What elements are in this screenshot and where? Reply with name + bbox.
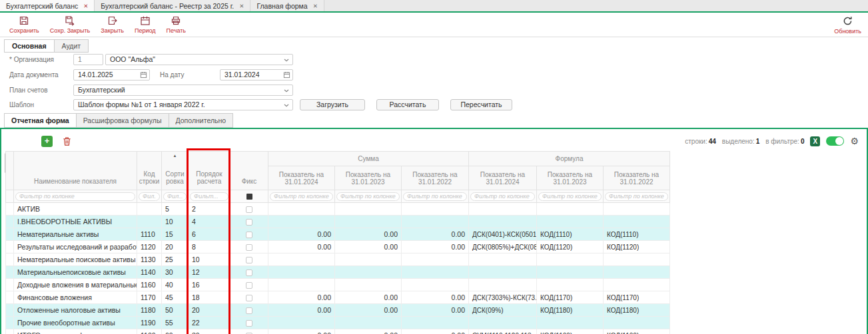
table-row[interactable]: Материальныепоисковые активы 1140 30 12 [6, 266, 670, 279]
chart-of-accounts-select[interactable]: Бухгалтерский [73, 84, 293, 96]
indicator-name-cell: Отложенные налоговые активы [14, 304, 137, 317]
fix-checkbox[interactable] [246, 219, 252, 226]
on-date-value: 31.01.2024 [224, 71, 260, 79]
recalculate-button[interactable]: Пересчитать [450, 99, 512, 110]
sub-tab[interactable]: Дополнительно [169, 113, 234, 128]
sub-tab[interactable]: Расшифровка формулы [76, 113, 169, 128]
calculate-button[interactable]: Рассчитать [376, 99, 439, 110]
organization-select[interactable]: ООО "Альфа" [105, 54, 293, 65]
table-row[interactable]: I.ВНЕОБОРОТНЫЕ АКТИВЫ 10 4 [6, 216, 670, 228]
excel-export-icon[interactable]: X [810, 136, 820, 146]
save-close-label: Сохр. Закрыть [50, 27, 91, 34]
column-header-sort[interactable]: ▲ Сорти ровка [162, 152, 189, 190]
toggle-knob [835, 137, 843, 145]
table-row[interactable]: Нематериальные активы 1110 15 6 0.00 0.0… [6, 228, 670, 241]
line-code-cell: 1170 [137, 291, 162, 304]
close-icon[interactable]: ✕ [239, 3, 244, 9]
close-icon[interactable]: ✕ [313, 3, 318, 9]
column-header-fix[interactable]: Фикс [230, 152, 268, 190]
sort-cell: 60 [162, 329, 189, 334]
formula-2023-cell [537, 279, 604, 291]
fix-checkbox[interactable] [246, 232, 252, 238]
main-tab[interactable]: Аудит [54, 39, 89, 53]
grid-toolbar: + строки:44 выделено:1 в фильтре:0 X ⚙ [4, 134, 859, 148]
gear-icon[interactable]: ⚙ [850, 136, 859, 146]
column-header-order[interactable]: Порядок расчета [189, 152, 230, 190]
column-header-sum-2022[interactable]: Показатель на 31.01.2022 [402, 166, 469, 190]
table-row[interactable]: Прочие внеоборотные активы 1190 55 22 [6, 317, 670, 329]
filter-input-sum-2024[interactable] [270, 192, 333, 201]
window-tab[interactable]: Главная форма ✕ [250, 0, 324, 11]
filter-input-formula-2024[interactable] [470, 192, 535, 201]
sort-cell: 55 [162, 317, 189, 329]
fix-checkbox[interactable] [246, 295, 252, 301]
row-selector-cell [6, 317, 14, 329]
filter-input-sort[interactable] [163, 192, 187, 201]
sum-2022-cell: 0.00 [402, 228, 469, 241]
fix-checkbox[interactable] [246, 244, 252, 251]
sub-tab[interactable]: Отчетная форма [4, 113, 77, 128]
table-row[interactable]: Финансовые вложения 1170 45 18 0.00 0.00… [6, 291, 670, 304]
save-button[interactable]: Сохранить [4, 13, 45, 37]
window-tab-label: Главная форма [256, 2, 307, 10]
calc-order-cell: 6 [189, 228, 230, 241]
filter-input-formula-2023[interactable] [538, 192, 602, 201]
window-tab[interactable]: Бухгалтерский баланс ✕ [0, 0, 95, 11]
organization-code-field[interactable]: 1 [73, 54, 103, 65]
filter-input-code[interactable] [139, 192, 160, 201]
fix-checkbox[interactable] [246, 257, 252, 263]
window-tab[interactable]: Бухгалтерский баланс - Реестр за 2025 г.… [95, 0, 250, 11]
on-date-input[interactable]: 31.01.2024 [220, 69, 293, 81]
filter-input-order[interactable] [190, 192, 228, 201]
add-row-button[interactable]: + [41, 136, 53, 147]
calendar-icon[interactable] [283, 71, 290, 79]
column-header-code[interactable]: Код строки [137, 152, 162, 190]
load-button[interactable]: Загрузить [300, 99, 365, 110]
fix-checkbox[interactable] [246, 269, 252, 276]
close-button[interactable]: Закрыть [95, 13, 129, 37]
formula-2024-cell [469, 317, 537, 329]
period-button[interactable]: Период [129, 13, 161, 37]
row-selector-cell [6, 329, 14, 334]
table-row[interactable]: Отложенные налоговые активы 1180 50 20 0… [6, 304, 670, 317]
filter-toggle[interactable] [826, 136, 844, 146]
formula-2023-cell: КОД(1120) [537, 241, 604, 253]
calendar-icon[interactable] [140, 71, 147, 79]
filter-input-name[interactable] [15, 192, 135, 201]
delete-row-button[interactable] [62, 136, 72, 146]
save-close-button[interactable]: Сохр. Закрыть [45, 13, 96, 37]
fix-checkbox[interactable] [246, 307, 252, 314]
fix-checkbox[interactable] [246, 206, 252, 213]
column-header-sum-2024[interactable]: Показатель на 31.01.2024 [268, 166, 335, 190]
table-row[interactable]: ИТОГО по разделу I 1100 60 30 0.00 0.00 … [6, 329, 670, 334]
doc-date-input[interactable]: 14.01.2025 [73, 69, 150, 81]
close-icon[interactable]: ✕ [83, 3, 88, 9]
column-header-name[interactable]: Наименование показателя [14, 152, 137, 190]
fix-filter-checkbox[interactable] [246, 194, 252, 200]
table-row[interactable]: АКТИВ 5 2 [6, 203, 670, 216]
refresh-button[interactable]: Обновить [829, 13, 867, 35]
table-row[interactable]: Нематериальные поисковые активы 1130 25 … [6, 253, 670, 266]
sort-cell: 25 [162, 253, 189, 266]
column-header-sum-2023[interactable]: Показатель на 31.01.2023 [335, 166, 402, 190]
indicator-name-cell: ИТОГО по разделу I [14, 329, 137, 334]
table-row[interactable]: Доходные вложения в материальные ц.. 116… [6, 279, 670, 291]
print-button[interactable]: Печать [161, 13, 191, 37]
fix-checkbox[interactable] [246, 320, 252, 327]
main-tab[interactable]: Основная [4, 39, 55, 53]
sort-cell: 15 [162, 228, 189, 241]
doc-date-label: Дата документа [9, 69, 59, 81]
fix-cell [230, 228, 268, 241]
filter-input-formula-2022[interactable] [605, 192, 668, 201]
column-header-formula-2022[interactable]: Показатель на 31.01.2022 [604, 166, 670, 190]
sort-ascending-icon: ▲ [173, 152, 177, 160]
filter-input-sum-2023[interactable] [336, 192, 400, 201]
filter-input-sum-2022[interactable] [403, 192, 467, 201]
table-row[interactable]: Результаты исследований и разработок 112… [6, 241, 670, 253]
sort-cell: 30 [162, 266, 189, 279]
fix-checkbox[interactable] [246, 282, 252, 289]
column-header-formula-2024[interactable]: Показатель на 31.01.2024 [469, 166, 537, 190]
column-header-formula-2023[interactable]: Показатель на 31.01.2023 [537, 166, 604, 190]
template-select[interactable]: Шаблон формы №1 от 1 января 2022 г. [73, 99, 293, 110]
formula-2023-cell [537, 203, 604, 216]
